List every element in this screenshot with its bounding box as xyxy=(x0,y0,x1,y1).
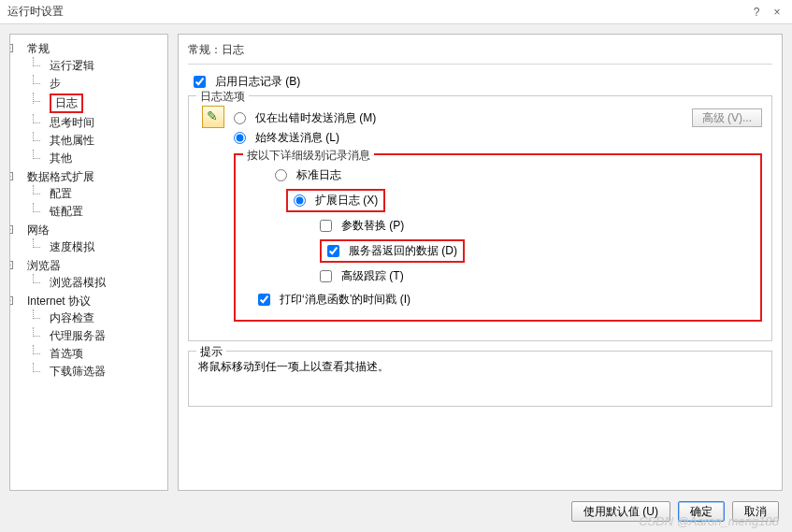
enable-log-checkbox[interactable] xyxy=(194,76,206,88)
only-error-label: 仅在出错时发送消息 (M) xyxy=(255,110,376,126)
tree-item-speed[interactable]: 速度模拟 xyxy=(50,240,94,253)
note-icon xyxy=(202,106,224,128)
tree-item-thinktime[interactable]: 思考时间 xyxy=(50,116,94,129)
ext-log-radio[interactable] xyxy=(294,194,306,207)
hint-legend: 提示 xyxy=(196,344,226,360)
tree-item-step[interactable]: 步 xyxy=(50,77,61,90)
print-ts-label: 打印‘消息函数’的时间戳 (I) xyxy=(280,292,410,308)
hint-text: 将鼠标移动到任一项上以查看其描述。 xyxy=(198,359,762,375)
always-send-label: 始终发送消息 (L) xyxy=(255,130,339,146)
tree-toggle-icon[interactable]: − xyxy=(9,44,13,52)
server-data-checkbox[interactable] xyxy=(327,245,339,257)
param-sub-label: 参数替换 (P) xyxy=(341,218,404,234)
ext-log-label: 扩展日志 (X) xyxy=(315,193,378,208)
tree-toggle-icon[interactable]: − xyxy=(9,296,13,305)
tree-group-general[interactable]: 常规 xyxy=(27,42,50,55)
titlebar: 运行时设置 ? × xyxy=(0,0,792,24)
tree-item-log[interactable]: 日志 xyxy=(50,93,83,113)
tree-item-proxy[interactable]: 代理服务器 xyxy=(50,329,106,342)
log-options-legend: 日志选项 xyxy=(196,89,249,105)
std-log-label: 标准日志 xyxy=(296,167,341,183)
nav-tree: −常规 运行逻辑 步 日志 思考时间 其他属性 其他 −数据格式扩展 配置 链配… xyxy=(9,34,168,491)
tree-group-dataformat[interactable]: 数据格式扩展 xyxy=(27,170,94,183)
enable-log-label: 启用日志记录 (B) xyxy=(215,74,300,90)
only-error-radio[interactable] xyxy=(234,112,246,124)
close-icon[interactable]: × xyxy=(770,6,785,19)
tree-toggle-icon[interactable]: − xyxy=(9,172,13,180)
std-log-radio[interactable] xyxy=(275,169,287,181)
tree-item-contentcheck[interactable]: 内容检查 xyxy=(50,311,94,324)
divider xyxy=(188,64,772,65)
cancel-button[interactable]: 取消 xyxy=(732,501,779,522)
tree-toggle-icon[interactable]: − xyxy=(9,261,13,269)
help-icon[interactable]: ? xyxy=(749,6,764,19)
content-pane: 常规：日志 启用日志记录 (B) 日志选项 仅在出错时发送消息 (M) 高级 (… xyxy=(178,34,783,491)
tree-item-downloadfilter[interactable]: 下载筛选器 xyxy=(50,365,106,378)
tree-item-config[interactable]: 配置 xyxy=(50,187,72,200)
adv-trace-checkbox[interactable] xyxy=(320,270,332,282)
server-data-label: 服务器返回的数据 (D) xyxy=(349,243,457,259)
log-options-group: 日志选项 仅在出错时发送消息 (M) 高级 (V)... 始终发送消息 (L) xyxy=(188,95,772,341)
hint-group: 提示 将鼠标移动到任一项上以查看其描述。 xyxy=(188,351,772,407)
dialog-footer: 使用默认值 (U) 确定 取消 xyxy=(0,491,792,532)
tree-group-internet[interactable]: Internet 协议 xyxy=(27,295,91,308)
breadcrumb: 常规：日志 xyxy=(188,40,772,62)
detail-level-group: 按以下详细级别记录消息 标准日志 扩展日志 (X) 参数替换 (P) xyxy=(234,153,762,322)
advanced-button[interactable]: 高级 (V)... xyxy=(692,108,762,127)
window-title: 运行时设置 xyxy=(7,4,743,20)
adv-trace-label: 高级跟踪 (T) xyxy=(341,268,404,284)
detail-legend: 按以下详细级别记录消息 xyxy=(243,148,374,164)
tree-item-chainconfig[interactable]: 链配置 xyxy=(50,205,83,218)
tree-group-browser[interactable]: 浏览器 xyxy=(27,259,61,272)
tree-item-other[interactable]: 其他 xyxy=(50,151,72,165)
param-sub-checkbox[interactable] xyxy=(320,220,332,232)
tree-item-otherattr[interactable]: 其他属性 xyxy=(50,134,94,147)
ok-button[interactable]: 确定 xyxy=(678,501,725,522)
always-send-radio[interactable] xyxy=(234,132,246,144)
tree-item-runlogic[interactable]: 运行逻辑 xyxy=(50,59,94,72)
tree-toggle-icon[interactable]: − xyxy=(9,225,13,234)
tree-item-pref[interactable]: 首选项 xyxy=(50,347,83,360)
use-defaults-button[interactable]: 使用默认值 (U) xyxy=(571,501,670,522)
tree-group-network[interactable]: 网络 xyxy=(27,223,50,237)
print-ts-checkbox[interactable] xyxy=(258,294,270,306)
tree-item-browsersim[interactable]: 浏览器模拟 xyxy=(50,276,106,289)
